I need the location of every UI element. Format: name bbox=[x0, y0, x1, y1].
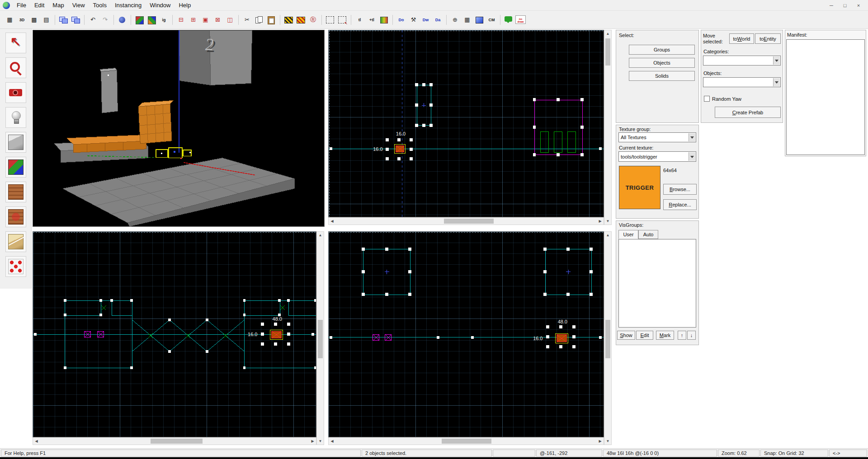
display-areas-icon[interactable]: Da bbox=[432, 14, 443, 25]
ignore-groups-icon[interactable]: ig bbox=[158, 14, 170, 25]
move-down-button[interactable]: ↓ bbox=[687, 331, 696, 340]
viewport-top[interactable]: 16.0 16.0 bbox=[328, 30, 604, 217]
menu-item-tools[interactable]: Tools bbox=[89, 0, 111, 11]
copy-icon[interactable] bbox=[254, 14, 265, 25]
center-models-icon[interactable]: CM bbox=[486, 14, 497, 25]
run-map-icon[interactable] bbox=[117, 14, 128, 25]
texture-preview[interactable]: TRIGGER bbox=[619, 166, 660, 209]
viewport-side-canvas[interactable]: 48.0 16.0 bbox=[329, 232, 604, 437]
viewport-front[interactable]: 48.0 16.0 bbox=[33, 231, 316, 437]
entity-tool-icon[interactable] bbox=[5, 107, 26, 128]
magnify-selection-icon[interactable] bbox=[337, 14, 348, 25]
objects-dropdown[interactable] bbox=[703, 77, 781, 87]
menu-item-edit[interactable]: Edit bbox=[30, 0, 48, 11]
cut-icon[interactable]: ✂ bbox=[241, 14, 253, 25]
clipping-tool-icon[interactable] bbox=[5, 231, 26, 252]
chat-icon[interactable] bbox=[503, 14, 514, 25]
orange-trigger-box[interactable] bbox=[138, 100, 174, 144]
overlay-grid-icon[interactable]: ▦ bbox=[462, 14, 473, 25]
create-prefab-button[interactable]: Create Prefab bbox=[715, 107, 781, 118]
manifest-list[interactable] bbox=[786, 39, 865, 155]
brush-outline-top[interactable] bbox=[415, 83, 433, 127]
viewport-front-canvas[interactable]: 48.0 16.0 bbox=[33, 232, 316, 437]
vertical-scrollbar[interactable] bbox=[316, 231, 324, 445]
viewport-side[interactable]: 48.0 16.0 bbox=[328, 231, 604, 437]
load-window-state-icon[interactable] bbox=[58, 14, 69, 25]
scroll-thumb[interactable] bbox=[605, 38, 610, 66]
menu-item-help[interactable]: Help bbox=[175, 0, 195, 11]
scroll-up-icon[interactable] bbox=[317, 232, 324, 239]
block-tool-icon[interactable] bbox=[5, 132, 26, 153]
camera-tool-icon[interactable] bbox=[5, 82, 26, 103]
viewport-top-canvas[interactable]: 16.0 16.0 bbox=[329, 30, 604, 217]
replace-textures-icon[interactable] bbox=[295, 14, 307, 25]
scroll-down-icon[interactable] bbox=[604, 438, 611, 445]
carve-icon[interactable]: ⊟ bbox=[175, 14, 187, 25]
replace-button[interactable]: Replace... bbox=[663, 199, 697, 210]
display-walkable-icon[interactable]: Dw bbox=[420, 14, 431, 25]
menu-item-window[interactable]: Window bbox=[146, 0, 175, 11]
square-brush-a[interactable] bbox=[362, 248, 412, 296]
viewport-3d-canvas[interactable]: 2 2 bbox=[33, 30, 324, 226]
hollow-icon[interactable]: ⊞ bbox=[188, 14, 199, 25]
current-texture-dropdown[interactable]: tools/toolstrigger bbox=[618, 151, 696, 162]
scroll-right-icon[interactable] bbox=[597, 218, 604, 225]
show-button[interactable]: Show bbox=[617, 331, 635, 340]
scroll-left-icon[interactable] bbox=[329, 438, 335, 445]
paste-icon[interactable] bbox=[266, 14, 277, 25]
minimize-button[interactable]: ─ bbox=[825, 1, 838, 10]
tab-auto[interactable]: Auto bbox=[638, 230, 658, 239]
edit-button[interactable]: Edit bbox=[636, 331, 653, 340]
scroll-thumb[interactable] bbox=[605, 320, 610, 358]
maximize-button[interactable]: □ bbox=[838, 1, 852, 10]
scroll-down-icon[interactable] bbox=[317, 438, 324, 445]
square-brush-b[interactable] bbox=[543, 248, 593, 296]
scroll-thumb[interactable] bbox=[151, 439, 203, 444]
to-entity-button[interactable]: toEntity bbox=[755, 33, 781, 44]
scroll-left-icon[interactable] bbox=[329, 218, 335, 225]
magenta-brush-top[interactable] bbox=[533, 98, 584, 156]
texture-lock-toggle-icon[interactable]: tl bbox=[354, 14, 365, 25]
close-button[interactable]: × bbox=[852, 1, 865, 10]
scroll-right-icon[interactable] bbox=[309, 438, 316, 445]
categories-dropdown[interactable] bbox=[703, 56, 781, 66]
save-window-state-icon[interactable] bbox=[70, 14, 81, 25]
menu-item-instancing[interactable]: Instancing bbox=[111, 0, 146, 11]
apply-decals-icon[interactable] bbox=[5, 206, 26, 227]
selected-object-side[interactable]: 48.0 16.0 bbox=[533, 319, 576, 348]
menu-item-view[interactable]: View bbox=[68, 0, 89, 11]
fade-preview-icon[interactable] bbox=[378, 14, 390, 25]
magnify-tool-icon[interactable] bbox=[5, 57, 26, 78]
select-solids-button[interactable]: Solids bbox=[629, 71, 695, 81]
smaller-grid-icon[interactable]: ▩ bbox=[28, 14, 40, 25]
floor-brush[interactable] bbox=[63, 158, 294, 226]
scroll-thumb[interactable] bbox=[442, 439, 491, 444]
toggle-3d-grid-icon[interactable]: 3D bbox=[16, 14, 28, 25]
sphere-grid-icon[interactable]: ⊕ bbox=[449, 14, 461, 25]
vertical-scrollbar[interactable] bbox=[604, 231, 612, 445]
mark-button[interactable]: Mark bbox=[656, 331, 674, 340]
sculpt-tool-icon[interactable]: ⚒ bbox=[408, 14, 419, 25]
tab-user[interactable]: User bbox=[618, 230, 638, 239]
texture-scaling-toggle-icon[interactable]: +tl bbox=[366, 14, 377, 25]
larger-grid-icon[interactable]: ▤ bbox=[41, 14, 52, 25]
select-groups-button[interactable]: Groups bbox=[629, 45, 695, 55]
undo-icon[interactable]: ↶ bbox=[87, 14, 99, 25]
vertical-scrollbar[interactable] bbox=[604, 30, 612, 225]
zigzag-brushes[interactable] bbox=[132, 318, 244, 353]
texture-group-dropdown[interactable]: All Textures bbox=[618, 132, 696, 142]
viewport-3d[interactable]: 2 2 bbox=[33, 30, 325, 227]
visgroups-list[interactable] bbox=[618, 239, 696, 328]
menu-item-file[interactable]: File bbox=[13, 0, 30, 11]
texture-application-icon[interactable] bbox=[283, 14, 294, 25]
vertex-tool-icon[interactable] bbox=[5, 256, 26, 277]
group-icon[interactable]: ▣ bbox=[200, 14, 211, 25]
scroll-up-icon[interactable] bbox=[604, 30, 611, 37]
no-draw-icon[interactable]: no draw bbox=[515, 15, 526, 24]
to-world-button[interactable]: toWorld bbox=[729, 33, 754, 44]
selection-tool-icon[interactable] bbox=[5, 33, 26, 53]
select-objects-button[interactable]: Objects bbox=[629, 58, 695, 68]
tall-wall-brush[interactable]: 2 2 bbox=[179, 30, 252, 85]
toggle-grid-icon[interactable]: ▦ bbox=[4, 14, 15, 25]
texture-lock-icon[interactable] bbox=[134, 14, 145, 25]
